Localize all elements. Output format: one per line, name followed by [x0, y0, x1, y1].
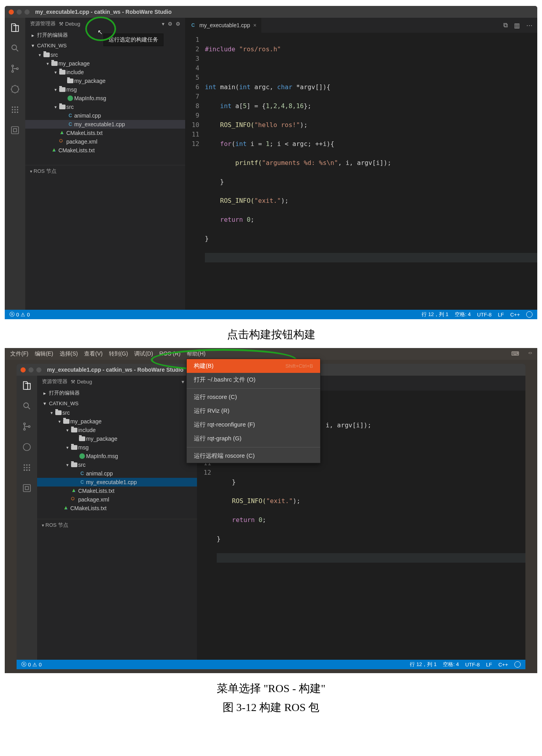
keyboard-icon[interactable]: ⌨ — [509, 350, 521, 358]
gear-icon-2[interactable]: ⚙ — [176, 21, 180, 27]
menu-edit[interactable]: 编辑(E) — [32, 350, 56, 358]
warnings-icon[interactable]: ⚠ — [21, 312, 25, 318]
language-mode[interactable]: C++ — [510, 312, 520, 318]
menu-file[interactable]: 文件(F) — [8, 350, 31, 358]
menu-item-build[interactable]: 构建(B)Shift+Ctrl+B — [187, 359, 320, 373]
build-config-select[interactable]: ⚒ Debug ▾ — [59, 21, 165, 27]
tree-folder-include[interactable]: ▾include — [25, 68, 185, 77]
close-window-icon[interactable] — [21, 367, 26, 372]
tree-file-mapinfo[interactable]: MapInfo.msg — [37, 452, 197, 460]
tree-folder-include-pkg[interactable]: my_package — [25, 77, 185, 85]
ros-icon[interactable] — [10, 125, 20, 135]
menu-item-rviz[interactable]: 运行 RViz (R) — [187, 404, 320, 418]
tree-folder-include[interactable]: ▾include — [37, 426, 197, 434]
debug-icon[interactable] — [10, 84, 20, 94]
svg-point-27 — [24, 470, 25, 471]
tree-folder-src2[interactable]: ▾src — [25, 103, 185, 111]
feedback-icon[interactable] — [514, 661, 521, 668]
tree-file-package-xml[interactable]: ⬡package.xml — [37, 495, 197, 504]
extensions-icon[interactable] — [10, 105, 20, 115]
tree-folder-my-package[interactable]: ▾my_package — [37, 417, 197, 426]
wifi-icon[interactable]: ⌔ — [526, 350, 534, 358]
errors-icon[interactable]: ⓧ — [9, 311, 15, 318]
menu-item-roscore[interactable]: 运行 roscore (C) — [187, 390, 320, 404]
encoding[interactable]: UTF-8 — [477, 312, 491, 318]
menu-bar[interactable]: 文件(F) 编辑(E) 选择(S) 查看(V) 转到(G) 调试(D) ROS … — [5, 348, 537, 360]
menu-debug[interactable]: 调试(D) — [132, 350, 155, 358]
tree-folder-src[interactable]: ▾src — [25, 51, 185, 59]
menu-item-open-bashrc[interactable]: 打开 ~/.bashrc 文件 (O) — [187, 373, 320, 387]
tree-file-cmake-root[interactable]: CMakeLists.txt — [25, 146, 185, 155]
code-editor[interactable]: 123456789101112 #include "ros/ros.h" int… — [185, 33, 537, 310]
menu-ros[interactable]: ROS (R) — [157, 350, 183, 358]
line-col[interactable]: 行 12，列 1 — [422, 311, 448, 318]
encoding[interactable]: UTF-8 — [465, 662, 480, 668]
language-mode[interactable]: C++ — [498, 662, 508, 668]
eol[interactable]: LF — [498, 312, 504, 318]
tree-folder-my-package[interactable]: ▾my_package — [25, 59, 185, 68]
menu-goto[interactable]: 转到(G) — [107, 350, 130, 358]
tree-folder-src2[interactable]: ▾src — [37, 460, 197, 469]
tree-file-mapinfo[interactable]: MapInfo.msg — [25, 94, 185, 103]
svg-rect-14 — [11, 127, 19, 134]
tree-file-animal[interactable]: Canimal.cpp — [25, 111, 185, 120]
cmake-icon — [51, 147, 58, 153]
window-controls[interactable] — [9, 9, 30, 15]
tree-file-animal[interactable]: Canimal.cpp — [37, 469, 197, 478]
explorer-icon[interactable] — [10, 22, 20, 33]
feedback-icon[interactable] — [526, 311, 533, 318]
close-window-icon[interactable] — [9, 9, 14, 15]
git-icon[interactable] — [22, 421, 32, 432]
maximize-window-icon[interactable] — [24, 9, 30, 15]
git-icon[interactable] — [10, 64, 20, 74]
menu-select[interactable]: 选择(S) — [57, 350, 81, 358]
tree-folder-src[interactable]: ▾src — [37, 408, 197, 417]
line-col[interactable]: 行 12，列 1 — [410, 661, 437, 668]
tree-folder-include-pkg[interactable]: my_package — [37, 434, 197, 443]
tree-file-cmake-pkg[interactable]: CMakeLists.txt — [37, 487, 197, 495]
minimize-window-icon[interactable] — [28, 367, 34, 372]
svg-rect-31 — [25, 487, 28, 490]
indentation[interactable]: 空格: 4 — [455, 311, 471, 318]
tree-file-cmake-pkg[interactable]: CMakeLists.txt — [25, 129, 185, 137]
search-icon[interactable] — [22, 401, 32, 411]
tree-folder-msg[interactable]: ▾msg — [37, 443, 197, 452]
menu-item-rqt-graph[interactable]: 运行 rqt-graph (G) — [187, 432, 320, 445]
ros-icon[interactable] — [22, 483, 32, 493]
errors-icon[interactable]: ⓧ — [21, 661, 26, 668]
ros-nodes-section[interactable]: ▾ ROS 节点 — [25, 165, 185, 177]
tree-file-cmake-root[interactable]: CMakeLists.txt — [37, 504, 197, 513]
opened-editors-section[interactable]: ▸打开的编辑器 — [37, 387, 197, 399]
warnings-icon[interactable]: ⚠ — [32, 662, 37, 668]
tree-file-my-exec[interactable]: Cmy_executable1.cpp — [25, 120, 185, 129]
gear-icon[interactable]: ⚙ — [168, 21, 173, 27]
eol[interactable]: LF — [486, 662, 492, 668]
minimize-window-icon[interactable] — [17, 9, 22, 15]
editor-tabs: C my_executable1.cpp × ⧉ ▥ ⋯ — [185, 18, 537, 33]
build-config-select[interactable]: ⚒ Debug ▾ — [71, 379, 184, 385]
menu-item-remote-roscore[interactable]: 运行远程端 roscore (C) — [187, 449, 320, 463]
tree-file-my-exec[interactable]: Cmy_executable1.cpp — [37, 478, 197, 487]
layout-icon[interactable]: ▥ — [514, 22, 520, 29]
tree-file-package-xml[interactable]: ⬡package.xml — [25, 137, 185, 146]
maximize-window-icon[interactable] — [36, 367, 41, 372]
split-editor-icon[interactable]: ⧉ — [503, 22, 508, 29]
debug-icon[interactable] — [22, 442, 32, 452]
ros-nodes-section[interactable]: ▾ ROS 节点 — [37, 519, 197, 531]
search-icon[interactable] — [10, 43, 20, 53]
folder-icon — [51, 61, 58, 66]
menu-item-rqt-reconfigure[interactable]: 运行 rqt-reconfigure (F) — [187, 418, 320, 432]
menu-view[interactable]: 查看(V) — [82, 350, 105, 358]
workspace-section[interactable]: ▾CATKIN_WS — [37, 399, 197, 408]
extensions-icon[interactable] — [22, 462, 32, 473]
close-tab-icon[interactable]: × — [253, 22, 256, 28]
cmake-icon — [59, 130, 66, 136]
svg-point-0 — [12, 45, 17, 50]
explorer-icon[interactable] — [22, 380, 32, 391]
indentation[interactable]: 空格: 4 — [443, 661, 459, 668]
more-icon[interactable]: ⋯ — [526, 22, 533, 29]
tab-my-executable[interactable]: C my_executable1.cpp × — [185, 18, 262, 33]
window-controls[interactable] — [21, 367, 41, 372]
menu-help[interactable]: 帮助(H) — [184, 350, 208, 358]
tree-folder-msg[interactable]: ▾msg — [25, 85, 185, 94]
